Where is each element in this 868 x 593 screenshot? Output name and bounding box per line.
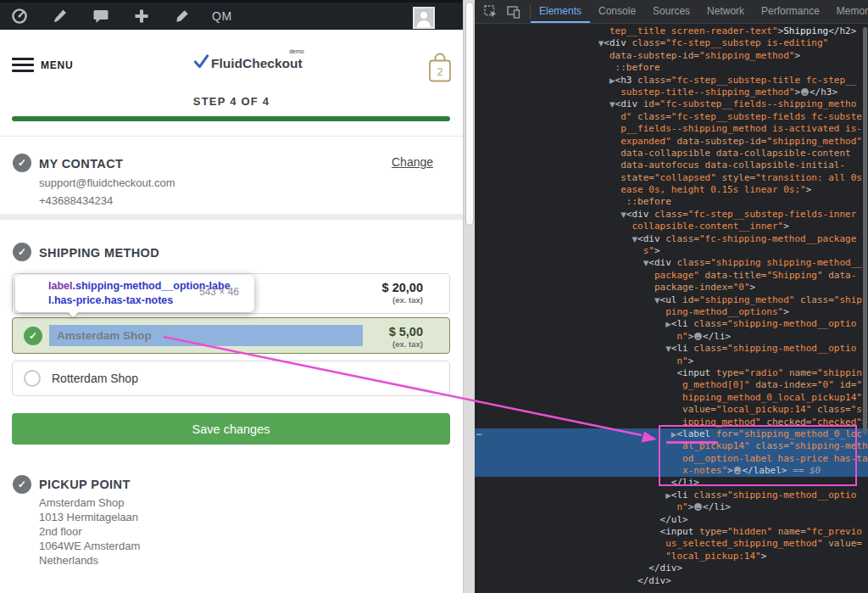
code-line[interactable]: s"> (475, 245, 868, 257)
code-line[interactable]: </div> (475, 575, 868, 587)
code-line[interactable]: ▼<div class="fc-step__substep is-editing… (475, 37, 868, 49)
progress-bar (12, 116, 450, 121)
logo-text: FluidCheckoutdemo (211, 56, 303, 71)
option-1-tax-note: (ex. tax) (382, 295, 423, 305)
screen: QM MENU FluidCheckoutdemo 2 (0, 0, 868, 593)
code-line[interactable]: data-autofocus data-collapsible-initial- (475, 159, 868, 171)
option-1-price-block: $ 20,00 (ex. tax) (382, 281, 423, 305)
code-line[interactable]: collapsible-content__inner"> (475, 221, 868, 232)
code-line[interactable]: p__fields--shipping_method is-activated … (475, 123, 868, 135)
logo-demo-badge: demo (289, 48, 304, 54)
tab-memory[interactable]: Memory (828, 0, 868, 23)
code-line[interactable]: tep__title screen-reader-text">Shipping<… (475, 25, 868, 37)
code-line[interactable]: ::before (475, 196, 868, 208)
contact-phone: +43688434234 (39, 193, 113, 208)
dashboard-gauge-icon[interactable] (10, 7, 29, 25)
code-line[interactable]: ▼<ul id="shipping_method" class="ship (475, 294, 868, 306)
change-contact-link[interactable]: Change (392, 155, 433, 169)
shipping-option-selected[interactable]: ✓ Amsterdam Shop $ 5,00 (ex. tax) (12, 317, 450, 354)
code-line[interactable]: <input type="hidden" name="fc_previo (475, 526, 868, 538)
divider (0, 136, 463, 137)
pickup-line: Netherlands (39, 553, 140, 568)
code-line[interactable]: ping-method__options"> (475, 306, 868, 318)
tab-performance[interactable]: Performance (753, 0, 828, 23)
code-line[interactable]: expanded" data-substep-id="shipping_meth… (475, 136, 868, 148)
code-line[interactable]: ▶<li class="shipping-method__optio (475, 318, 868, 330)
devtools-scrollbar-thumb[interactable] (863, 27, 867, 434)
code-line[interactable]: us_selected_shipping_method" value= (475, 538, 868, 550)
device-toolbar-icon[interactable] (507, 5, 520, 19)
code-line[interactable]: ::before (475, 62, 868, 74)
code-line[interactable]: ▼<div class="shipping shipping-method__ (475, 257, 868, 269)
page-scrollbar[interactable] (463, 0, 475, 593)
code-line[interactable]: ▼<div class="fc-step__substep-fields-inn… (475, 209, 868, 221)
menu-button[interactable]: MENU (12, 58, 74, 72)
avatar[interactable] (413, 7, 435, 29)
code-line[interactable]: state="collapsed" style="transition: all… (475, 172, 868, 184)
annotation-underline (666, 441, 717, 444)
elements-tree[interactable]: tep__title screen-reader-text">Shipping<… (475, 24, 868, 593)
step-progress-label: STEP 4 OF 4 (0, 95, 463, 108)
new-plus-icon[interactable] (132, 7, 151, 25)
inspect-tooltip: label.shipping-method__option-labe l.has… (15, 275, 254, 312)
tab-console[interactable]: Console (590, 0, 644, 23)
shipping-option-3[interactable]: Rotterdam Shop (12, 361, 450, 396)
customize-brush-icon[interactable] (51, 7, 70, 25)
code-line[interactable]: value="local_pickup:14" class="sh (475, 404, 868, 416)
save-changes-button[interactable]: Save changes (12, 413, 450, 445)
option-2-price: $ 5,00 (389, 325, 423, 338)
contact-check-icon: ✓ (13, 154, 31, 172)
code-line[interactable]: data-substep-id="shipping_method"> (475, 50, 868, 62)
devtools-panel: Elements Console Sources Network Perform… (475, 0, 868, 593)
comments-icon[interactable] (92, 7, 110, 25)
shipping-section-title: SHIPPING METHOD (39, 246, 159, 260)
edit-pencil-icon[interactable] (173, 7, 192, 25)
pickup-line: Amsterdam Shop (39, 495, 140, 510)
contact-email: support@fluidcheckout.com (39, 176, 175, 190)
tooltip-tail (68, 306, 79, 317)
code-line[interactable]: g_method[0]" data-index="0" id="s (475, 379, 868, 391)
checkout-page: QM MENU FluidCheckoutdemo 2 (0, 0, 463, 593)
query-monitor-menu[interactable]: QM (212, 9, 232, 23)
pickup-line: 1064WE Amsterdam (39, 539, 140, 553)
code-line[interactable]: ▶<h3 class="fc-step__substep-title fc-st… (475, 75, 868, 87)
code-line[interactable]: data-collapsible data-collapsible-conten… (475, 148, 868, 159)
code-line[interactable]: hipping_method_0_local_pickup14" (475, 392, 868, 404)
page-scrollbar-thumb[interactable] (465, 2, 474, 226)
inspect-tooltip-dimensions: 543 × 46 (199, 286, 239, 298)
contact-section-title: MY CONTACT (39, 157, 123, 171)
code-line[interactable]: n">…</li> (475, 501, 868, 513)
code-line[interactable]: <input type="radio" name="shippin (475, 367, 868, 379)
code-line[interactable]: n"> (475, 355, 868, 367)
pickup-line: 2nd floor (39, 524, 140, 539)
inspect-element-icon[interactable] (484, 5, 498, 19)
tab-elements[interactable]: Elements (531, 0, 590, 23)
code-line[interactable]: substep-title--shipping_method">…</h3> (475, 87, 868, 98)
code-line[interactable]: ▼<div id="fc-substep__fields--shipping_m… (475, 98, 868, 110)
hamburger-icon (12, 58, 34, 72)
code-line[interactable]: </div> (475, 562, 868, 574)
option-3-label: Rotterdam Shop (52, 372, 138, 385)
tab-sources[interactable]: Sources (644, 0, 698, 23)
radio-unchecked[interactable] (24, 370, 41, 387)
code-line[interactable]: ▼<div class="fc-shipping-method__package (475, 233, 868, 245)
devtools-toolbar: Elements Console Sources Network Perform… (475, 0, 868, 24)
logo-check-icon (193, 53, 209, 73)
code-line[interactable]: package-index="0"> (475, 282, 868, 294)
site-header: MENU FluidCheckoutdemo 2 (0, 32, 463, 90)
code-line[interactable]: ▶<li class="shipping-method__optio (475, 490, 868, 501)
tab-network[interactable]: Network (698, 0, 753, 23)
code-line[interactable]: </ul> (475, 514, 868, 526)
selected-radio-check-icon[interactable]: ✓ (24, 327, 42, 345)
code-line[interactable]: ease 0s, height 0.15s linear 0s;"> (475, 184, 868, 196)
option-2-price-block: $ 5,00 (ex. tax) (389, 325, 423, 349)
code-line[interactable]: "local_pickup:14"> (475, 551, 868, 562)
cart-button[interactable]: 2 (428, 53, 452, 83)
fluidcheckout-logo[interactable]: FluidCheckoutdemo (193, 53, 303, 73)
option-2-tax-note: (ex. tax) (389, 339, 423, 349)
code-line[interactable]: n">…</li> (475, 331, 868, 343)
code-line[interactable]: ▼<li class="shipping-method__optio (475, 343, 868, 355)
code-line[interactable]: d" class="fc-step__substep-fields fc-sub… (475, 111, 868, 123)
code-line[interactable]: package" data-title="Shipping" data- (475, 270, 868, 282)
section-divider (0, 214, 463, 220)
